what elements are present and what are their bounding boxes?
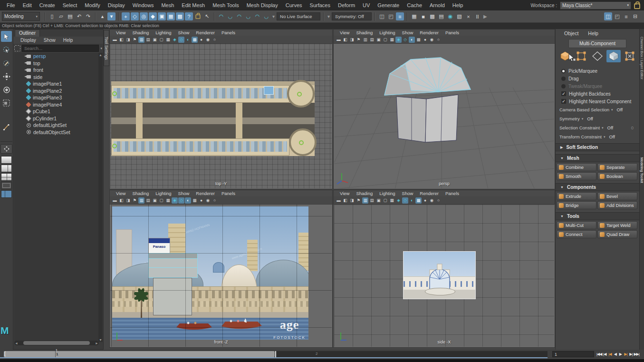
connect-button[interactable]: Connect bbox=[557, 230, 596, 238]
vp-menu-renderer[interactable]: Renderer bbox=[416, 191, 442, 196]
outliner-menu-help[interactable]: Help bbox=[60, 38, 77, 43]
film-gate-icon[interactable]: ▤ bbox=[145, 197, 151, 204]
use-all-lights-icon[interactable]: ▩ bbox=[192, 37, 198, 43]
resolution-gate-icon[interactable]: ▣ bbox=[375, 37, 382, 43]
grid-toggle-icon[interactable]: ▥ bbox=[138, 37, 144, 43]
model-roof-front[interactable] bbox=[148, 253, 198, 278]
menu-mesh-display[interactable]: Mesh Display bbox=[243, 0, 282, 10]
components-section-header[interactable]: ▼ Components bbox=[556, 183, 639, 191]
new-scene-icon[interactable]: ▯ bbox=[48, 12, 56, 20]
render-current-icon[interactable]: ■ bbox=[419, 12, 427, 20]
vp-menu-shading[interactable]: Shading bbox=[353, 191, 376, 196]
lock-workspace-icon[interactable] bbox=[634, 3, 640, 9]
add-divisions-button[interactable]: Add Divisions bbox=[597, 201, 637, 209]
multi-component-button[interactable]: Multi-Component bbox=[568, 39, 626, 48]
lock-selection-icon[interactable] bbox=[194, 12, 202, 20]
snap-grid-icon[interactable]: ▴ bbox=[98, 12, 106, 20]
outliner-item-pcylinder1[interactable]: pCylinder1 bbox=[14, 115, 99, 122]
vp-menu-view[interactable]: View bbox=[113, 30, 129, 35]
bridge-button[interactable]: Bridge bbox=[557, 201, 596, 209]
layout-pose-icon[interactable] bbox=[0, 144, 12, 154]
move-tool-icon[interactable]: + bbox=[122, 12, 130, 20]
film-gate-icon[interactable]: ▤ bbox=[145, 37, 151, 43]
selected-cube-top[interactable] bbox=[264, 86, 274, 95]
current-frame-field[interactable] bbox=[552, 351, 594, 357]
vp-menu-panels[interactable]: Panels bbox=[442, 30, 462, 35]
gate-mask-icon[interactable]: ▢ bbox=[382, 197, 388, 204]
outliner-item-top[interactable]: top bbox=[14, 60, 99, 67]
combine-button[interactable]: Combine bbox=[557, 163, 596, 171]
curve-tool-6-icon[interactable]: ◡ bbox=[262, 12, 270, 20]
save-scene-icon[interactable]: ▤ bbox=[66, 12, 74, 20]
toolkit-menu-help[interactable]: Help bbox=[584, 30, 602, 36]
step-back-frame-button[interactable]: |◀ bbox=[602, 351, 607, 358]
scroll-up-icon[interactable]: ▲ bbox=[98, 53, 103, 57]
menu-select[interactable]: Select bbox=[59, 0, 81, 10]
viewport-side-content[interactable]: side -X bbox=[334, 205, 554, 347]
gate-mask-icon[interactable]: ▢ bbox=[158, 37, 164, 43]
shadows-icon[interactable]: ● bbox=[198, 197, 204, 204]
menu-modify[interactable]: Modify bbox=[81, 0, 104, 10]
time-slider[interactable]: 2 bbox=[275, 351, 548, 357]
quad-draw-button[interactable]: Quad Draw bbox=[597, 230, 637, 238]
shaded-icon[interactable]: ◇ bbox=[402, 37, 408, 43]
gate-mask-icon[interactable]: ▢ bbox=[158, 197, 164, 204]
menu-mesh-tools[interactable]: Mesh Tools bbox=[209, 0, 242, 10]
resolution-gate-icon[interactable]: ▣ bbox=[375, 197, 382, 204]
uv-mode-button[interactable] bbox=[623, 50, 637, 62]
workspace-dropdown[interactable]: Maya Classic* ▾ bbox=[560, 1, 631, 10]
vp-menu-renderer[interactable]: Renderer bbox=[192, 191, 218, 196]
lock-camera-icon[interactable]: ◧ bbox=[118, 197, 125, 204]
vp-menu-lighting[interactable]: Lighting bbox=[152, 191, 174, 196]
bevel-button[interactable]: Bevel bbox=[597, 192, 637, 200]
vp-menu-lighting[interactable]: Lighting bbox=[376, 191, 398, 196]
rotate-tool-icon[interactable]: ◇ bbox=[131, 12, 139, 20]
wireframe-icon[interactable]: ◈ bbox=[172, 197, 178, 204]
outliner-item-defaultobjectset[interactable]: defaultObjectSet bbox=[14, 129, 99, 136]
vp-menu-panels[interactable]: Panels bbox=[218, 30, 239, 35]
shadows-icon[interactable]: ● bbox=[422, 197, 428, 204]
camera-based-selection-select[interactable]: Camera Based Selection ▾ Off bbox=[556, 105, 639, 114]
menu-surfaces[interactable]: Surfaces bbox=[306, 0, 334, 10]
target-weld-button[interactable]: Target Weld bbox=[597, 221, 637, 229]
curve-tool-3-icon[interactable]: ◠ bbox=[235, 12, 243, 20]
play-forwards-button[interactable]: ▶ bbox=[618, 351, 623, 358]
camera-attributes-icon[interactable]: ◨ bbox=[125, 37, 131, 43]
wireframe-icon[interactable]: ◈ bbox=[172, 37, 178, 43]
current-time-indicator[interactable] bbox=[275, 351, 276, 357]
drag-radio[interactable]: Drag bbox=[556, 75, 639, 82]
menu-uv[interactable]: UV bbox=[359, 0, 374, 10]
vp-menu-panels[interactable]: Panels bbox=[218, 191, 239, 196]
textured-icon[interactable]: ◐ bbox=[409, 197, 415, 204]
curve-tool-5-icon[interactable]: ◠ bbox=[253, 12, 261, 20]
textured-icon[interactable]: ◐ bbox=[185, 197, 191, 204]
camera-attributes-icon[interactable]: ◨ bbox=[349, 37, 355, 43]
toggle-channel-box-icon[interactable]: ≡ bbox=[622, 12, 630, 20]
layout-outliner-persp-button[interactable] bbox=[1, 190, 12, 198]
vp-menu-view[interactable]: View bbox=[336, 191, 353, 196]
scroll-down-icon[interactable]: ▼ bbox=[98, 338, 103, 342]
menu-create[interactable]: Create bbox=[36, 0, 59, 10]
outliner-item-side[interactable]: side bbox=[14, 74, 99, 81]
channel-box-tab[interactable]: Channel Box / Layer Editor bbox=[640, 37, 644, 79]
screen-space-ao-icon[interactable]: ◉ bbox=[429, 197, 435, 204]
use-all-lights-icon[interactable]: ▩ bbox=[192, 197, 198, 204]
grid-toggle-icon[interactable]: ▥ bbox=[362, 37, 368, 43]
range-slider[interactable]: [ 1 bbox=[4, 351, 275, 357]
field-chart-icon[interactable]: ▦ bbox=[389, 197, 395, 204]
go-to-start-button[interactable]: |◀◀ bbox=[596, 351, 602, 358]
film-gate-icon[interactable]: ▤ bbox=[369, 197, 375, 204]
rotate-tool-icon[interactable] bbox=[1, 84, 12, 95]
render-view-icon[interactable]: ▦ bbox=[410, 12, 418, 20]
select-camera-icon[interactable]: ▬ bbox=[112, 37, 118, 43]
outliner-horizontal-scrollbar[interactable]: ◄ ► bbox=[14, 341, 99, 345]
open-scene-icon[interactable]: ▱ bbox=[57, 12, 65, 20]
face-mode-button[interactable] bbox=[590, 50, 605, 62]
viewport-front-content[interactable]: HEINZ TSCHANZ-HOFMANN www.agefotostock.c… bbox=[110, 205, 332, 347]
tweak-marquee-radio[interactable]: Tweak/Marquee bbox=[556, 82, 639, 90]
make-live-icon[interactable]: ▦ bbox=[167, 12, 175, 20]
step-back-key-button[interactable]: |◀ bbox=[607, 351, 612, 358]
field-chart-icon[interactable]: ▦ bbox=[165, 37, 171, 43]
layout-four-pane-button[interactable] bbox=[1, 173, 12, 181]
menu-set-dropdown[interactable]: Modeling ▾ bbox=[2, 12, 40, 21]
